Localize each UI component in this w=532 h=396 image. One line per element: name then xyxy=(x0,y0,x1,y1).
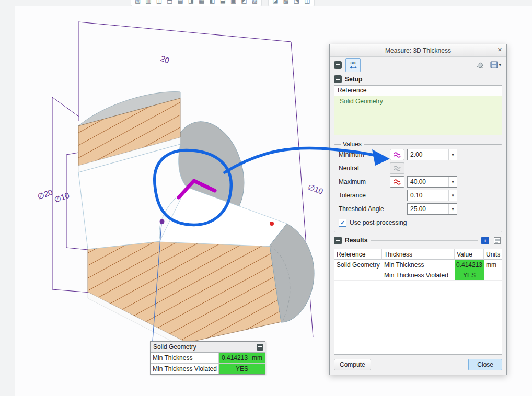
result-reference xyxy=(334,270,382,281)
result-thickness: Min Thickness xyxy=(382,260,455,270)
report-icon xyxy=(493,237,501,244)
toolbar-icon[interactable]: ◨ xyxy=(188,0,194,5)
flag-title: Solid Geometry xyxy=(153,343,196,351)
toolbar-group: ◪▩⬔◫ xyxy=(268,0,314,6)
dimension-label-right-diameter[interactable]: ∅10 xyxy=(307,182,325,196)
toolbar-icon[interactable]: ▣ xyxy=(230,0,236,5)
chevron-down-icon[interactable]: ▾ xyxy=(448,177,457,187)
maximum-combobox[interactable]: 40.00 ▾ xyxy=(407,176,457,188)
flag-row-label: Min Thickness Violated xyxy=(151,364,219,374)
toolbar-icon[interactable]: ▨ xyxy=(252,0,258,5)
post-processing-label: Use post-processing xyxy=(350,219,407,226)
save-button[interactable]: ▾ xyxy=(489,60,502,70)
column-header[interactable]: Reference xyxy=(334,249,382,260)
min-thickness-icon xyxy=(393,152,401,158)
save-icon xyxy=(490,61,498,68)
results-section-label: Results xyxy=(345,237,367,244)
collapse-flag-icon[interactable] xyxy=(257,344,263,351)
max-thickness-icon xyxy=(393,179,401,185)
setup-section-label: Setup xyxy=(345,76,362,83)
values-group: Values Minimum 2.00 ▾ Neutral xyxy=(334,141,502,232)
neutral-thickness-icon-button xyxy=(390,162,404,174)
maximum-value: 40.00 xyxy=(408,178,448,185)
toolbar-icon[interactable]: ▧ xyxy=(135,0,141,5)
column-header[interactable]: Value xyxy=(455,249,484,260)
dimension-label-outer-diameter[interactable]: ∅20 xyxy=(36,188,54,201)
minimum-row: Minimum 2.00 ▾ xyxy=(339,148,498,161)
measure-3d-tool-label: 3D xyxy=(350,61,355,65)
eraser-icon xyxy=(476,61,484,68)
threshold-angle-row: Threshold Angle 25.00 ▾ xyxy=(339,202,498,216)
toolbar-icon[interactable]: ◫ xyxy=(156,0,162,5)
toolbar-icon[interactable]: ⬔ xyxy=(294,0,299,5)
reference-collector[interactable]: Reference Solid Geometry xyxy=(334,85,502,135)
chevron-down-icon[interactable]: ▾ xyxy=(448,190,457,201)
collapse-setup-icon[interactable] xyxy=(334,75,342,83)
result-thickness: Min Thickness Violated xyxy=(382,270,455,281)
compute-button[interactable]: Compute xyxy=(334,359,371,370)
setup-section-header: Setup xyxy=(330,73,506,84)
min-thickness-units: mm xyxy=(252,354,262,362)
toolbar-icon[interactable]: ◧ xyxy=(209,0,215,5)
info-icon[interactable]: i xyxy=(481,237,489,244)
result-value: 0.414213 xyxy=(455,260,484,270)
threshold-angle-combobox[interactable]: 25.00 ▾ xyxy=(407,203,457,215)
close-icon[interactable]: ✕ xyxy=(498,46,502,53)
result-reference: Solid Geometry xyxy=(334,260,382,270)
minimum-combobox[interactable]: 2.00 ▾ xyxy=(407,149,457,160)
model-part[interactable] xyxy=(78,92,314,347)
dialog-footer: Compute Close xyxy=(330,355,506,375)
flag-row-value: YES xyxy=(219,364,265,374)
max-thickness-icon-button[interactable] xyxy=(390,176,404,188)
report-button[interactable] xyxy=(492,235,502,246)
tolerance-label: Tolerance xyxy=(339,192,390,199)
results-section-header: Results i xyxy=(330,232,506,247)
result-units: mm xyxy=(484,260,502,270)
clear-highlights-button[interactable] xyxy=(475,60,485,70)
column-header[interactable]: Units xyxy=(484,249,502,260)
threshold-angle-value: 25.00 xyxy=(408,205,448,213)
measure-3d-thickness-dialog: Measure: 3D Thickness ✕ 3D ▾ xyxy=(329,44,507,375)
results-table[interactable]: Reference Thickness Value Units Solid Ge… xyxy=(334,249,502,355)
toolbar-icon[interactable]: ▥ xyxy=(145,0,151,5)
result-value: YES xyxy=(455,270,484,281)
threshold-angle-label: Threshold Angle xyxy=(339,205,390,213)
tolerance-combobox[interactable]: 0.10 ▾ xyxy=(407,190,457,201)
toolbar-icon[interactable]: ▩ xyxy=(283,0,288,5)
flag-row: Min Thickness Violated YES xyxy=(151,363,265,374)
collapse-all-button[interactable] xyxy=(334,61,342,69)
dialog-toolbar: 3D ▾ xyxy=(330,57,506,73)
toolbar-icon[interactable]: ◪ xyxy=(272,0,278,5)
minimum-value: 2.00 xyxy=(408,151,448,158)
toolbar-icon[interactable]: ◫ xyxy=(304,0,310,5)
measure-3d-tool-button[interactable]: 3D xyxy=(345,58,361,72)
maximum-row: Maximum 40.00 ▾ xyxy=(339,175,498,189)
toolbar-icon[interactable]: ▤ xyxy=(177,0,183,5)
toolbar-icon[interactable]: ⬓ xyxy=(220,0,226,5)
min-thickness-icon-button[interactable] xyxy=(390,149,404,160)
chevron-down-icon[interactable]: ▾ xyxy=(448,204,457,214)
dimension-label-length[interactable]: 20 xyxy=(159,54,170,65)
reference-collector-label: Reference xyxy=(334,86,502,96)
post-processing-checkbox[interactable]: ✓ xyxy=(339,219,346,227)
toolbar-icon[interactable]: ▦ xyxy=(199,0,204,5)
dialog-titlebar[interactable]: Measure: 3D Thickness ✕ xyxy=(330,44,506,57)
reference-list[interactable]: Solid Geometry xyxy=(334,96,502,135)
toolbar-icon[interactable]: ⬒ xyxy=(167,0,172,5)
tolerance-row: Tolerance 0.10 ▾ xyxy=(339,189,498,202)
check-icon: ✓ xyxy=(340,219,345,226)
collapse-results-icon[interactable] xyxy=(334,237,342,244)
dimension-label-inner-diameter[interactable]: ∅10 xyxy=(53,191,71,204)
reference-item[interactable]: Solid Geometry xyxy=(334,96,502,107)
chevron-down-icon[interactable]: ▾ xyxy=(499,62,501,67)
chevron-down-icon[interactable]: ▾ xyxy=(448,149,457,160)
post-processing-row: ✓ Use post-processing xyxy=(339,216,498,229)
toolbar-icon[interactable]: ◩ xyxy=(241,0,247,5)
values-group-label: Values xyxy=(341,141,364,148)
neutral-row: Neutral xyxy=(339,161,498,175)
close-button[interactable]: Close xyxy=(468,359,502,370)
flag-header[interactable]: Solid Geometry xyxy=(151,342,265,353)
neutral-label: Neutral xyxy=(339,165,390,172)
measurement-flag[interactable]: Solid Geometry Min Thickness 0.414213 mm… xyxy=(150,341,265,375)
column-header[interactable]: Thickness xyxy=(382,249,455,260)
